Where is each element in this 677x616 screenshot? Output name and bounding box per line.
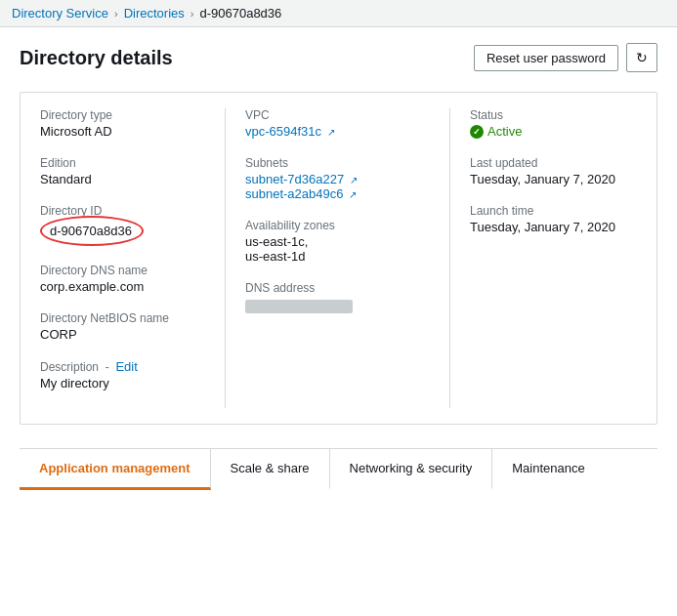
dns-address-group: DNS address [245,281,430,316]
tabs-row: Application managementScale & shareNetwo… [20,449,657,490]
tab-networking-security[interactable]: Networking & security [330,449,493,490]
refresh-icon: ↻ [636,50,648,65]
launch-time-value: Tuesday, January 7, 2020 [470,220,637,234]
launch-time-label: Launch time [470,204,637,218]
refresh-button[interactable]: ↻ [626,43,657,72]
tabs-section: Application managementScale & shareNetwo… [20,448,657,490]
vpc-label: VPC [245,108,430,122]
header-row: Directory details Reset user password ↻ [20,43,657,72]
page-title: Directory details [20,47,173,69]
launch-time-group: Launch time Tuesday, January 7, 2020 [470,204,637,234]
breadcrumb-sep2: › [190,8,194,20]
header-actions: Reset user password ↻ [474,43,657,72]
vpc-group: VPC vpc-6594f31c ↗ [245,108,430,139]
tab-maintenance[interactable]: Maintenance [492,449,604,490]
subnets-label: Subnets [245,156,430,170]
availability-zones-label: Availability zones [245,219,430,232]
availability-zones-group: Availability zones us-east-1c, us-east-1… [245,219,430,264]
breadcrumb-sep1: › [114,8,118,20]
directory-type-label: Directory type [40,108,205,122]
directory-type-group: Directory type Microsoft AD [40,108,205,139]
last-updated-value: Tuesday, January 7, 2020 [470,172,637,186]
directory-id-label: Directory ID [40,204,205,218]
dns-address-label: DNS address [245,281,430,295]
main-content: Directory details Reset user password ↻ … [0,27,677,490]
last-updated-label: Last updated [470,156,637,170]
status-label: Status [470,108,637,122]
vpc-link[interactable]: vpc-6594f31c [245,124,321,139]
details-grid: Directory type Microsoft AD Edition Stan… [20,92,657,425]
subnets-group: Subnets subnet-7d36a227 ↗ subnet-a2ab49c… [245,156,430,201]
breadcrumb-service[interactable]: Directory Service [12,6,108,21]
dns-name-group: Directory DNS name corp.example.com [40,264,205,294]
description-group: Description - Edit My directory [40,359,205,390]
status-active-icon: ✓ [470,125,484,139]
vpc-external-icon: ↗ [327,127,335,138]
details-col-3: Status ✓ Active Last updated Tuesday, Ja… [450,108,656,408]
netbios-value: CORP [40,327,205,342]
breadcrumb-directories[interactable]: Directories [124,6,185,21]
details-col-1: Directory type Microsoft AD Edition Stan… [21,108,226,408]
edition-label: Edition [40,156,205,170]
directory-id-value: d-90670a8d36 [50,224,132,238]
subnet2-external-icon: ↗ [349,189,357,200]
description-label: Description - Edit [40,359,205,374]
description-edit-link[interactable]: Edit [115,359,137,374]
breadcrumb-current: d-90670a8d36 [199,6,281,21]
dns-name-value: corp.example.com [40,279,205,294]
directory-id-group: Directory ID d-90670a8d36 [40,204,205,246]
tab-app-management[interactable]: Application management [20,449,211,490]
reset-user-password-button[interactable]: Reset user password [474,45,618,71]
subnet2-link[interactable]: subnet-a2ab49c6 [245,186,343,201]
netbios-label: Directory NetBIOS name [40,311,205,325]
status-active-text: Active [487,124,522,139]
subnet1-external-icon: ↗ [350,175,358,185]
availability-zones-value1: us-east-1c, [245,234,430,249]
breadcrumb-bar: Directory Service › Directories › d-9067… [0,0,677,27]
tab-scale-share[interactable]: Scale & share [211,449,330,490]
details-col-2: VPC vpc-6594f31c ↗ Subnets subnet-7d36a2… [226,108,450,408]
subnet1-link[interactable]: subnet-7d36a227 [245,172,344,186]
edition-group: Edition Standard [40,156,205,186]
dns-name-label: Directory DNS name [40,264,205,277]
dns-address-blurred [245,300,353,313]
netbios-group: Directory NetBIOS name CORP [40,311,205,342]
directory-type-value: Microsoft AD [40,124,205,139]
description-value: My directory [40,376,205,390]
status-group: Status ✓ Active [470,108,637,139]
last-updated-group: Last updated Tuesday, January 7, 2020 [470,156,637,186]
edition-value: Standard [40,172,205,186]
directory-id-circle: d-90670a8d36 [40,216,144,246]
availability-zones-value2: us-east-1d [245,249,430,264]
status-active: ✓ Active [470,124,637,139]
